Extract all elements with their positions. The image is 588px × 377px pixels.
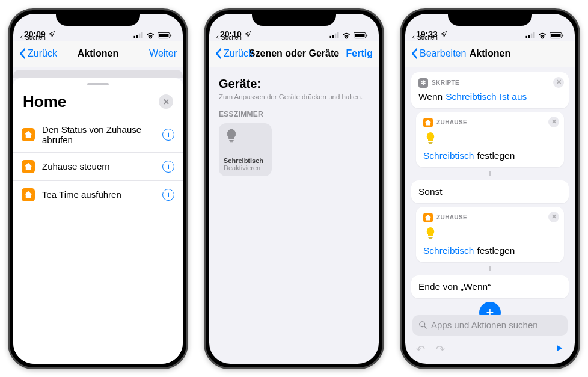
nav-back[interactable]: Zurück	[215, 48, 253, 59]
undo-redo-group: ↶ ↷	[416, 343, 445, 356]
svg-rect-14	[526, 35, 528, 37]
svg-rect-19	[551, 34, 561, 37]
home-app-icon	[22, 160, 35, 173]
info-icon[interactable]: i	[162, 129, 174, 141]
wifi-icon	[537, 32, 547, 39]
list-item[interactable]: Den Status von Zuhause abrufen i	[13, 117, 183, 153]
battery-icon	[354, 32, 368, 39]
svg-rect-16	[531, 33, 533, 38]
list-item[interactable]: Zuhause steuern i	[13, 153, 183, 181]
script-else-card[interactable]: Sonst	[411, 180, 569, 203]
if-keyword: Wenn	[418, 91, 443, 102]
nav-back[interactable]: Bearbeiten	[411, 48, 466, 59]
run-button[interactable]	[554, 343, 564, 355]
card-head-label: Skripte	[432, 79, 459, 86]
script-if-card[interactable]: ✻ Skripte ✕ Wenn Schreibtisch Ist aus	[411, 72, 569, 108]
close-icon[interactable]: ✕	[548, 117, 559, 127]
svg-rect-7	[330, 35, 332, 37]
bottom-toolbar: Apps und Aktionen suchen ↶ ↷	[405, 315, 575, 364]
backapp-label: Suchen	[417, 34, 438, 41]
card-head: Zuhause	[423, 118, 557, 127]
svg-rect-10	[337, 32, 339, 38]
sheet-grabber[interactable]	[87, 83, 109, 85]
status-right	[133, 32, 172, 39]
notch	[252, 10, 336, 26]
backapp-label: Suchen	[221, 34, 242, 41]
room-label: ESSZIMMER	[219, 110, 369, 118]
svg-rect-3	[141, 32, 143, 38]
device-tile[interactable]: Schreibtisch Deaktivieren	[219, 123, 272, 176]
nav-next[interactable]: Weiter	[149, 48, 177, 59]
list-item[interactable]: Tea Time ausführen i	[13, 181, 183, 209]
script-endif-card[interactable]: Ende von „Wenn“	[411, 275, 569, 298]
status-right	[329, 32, 368, 39]
card-head-label: Zuhause	[436, 214, 467, 221]
nav-back[interactable]: Zurück	[19, 48, 57, 59]
connector-line	[405, 171, 575, 176]
svg-rect-8	[332, 35, 334, 38]
battery-icon	[158, 32, 172, 39]
screen: 20:10 Suchen Zurück Szenen oder Geräte F…	[209, 14, 379, 364]
action-verb: festlegen	[477, 150, 515, 161]
home-action-card[interactable]: Zuhause ✕ Schreibtisch festlegen	[416, 207, 564, 262]
nav-back-label: Zurück	[28, 48, 57, 59]
redo-icon[interactable]: ↷	[436, 343, 445, 356]
list-item-label: Tea Time ausführen	[42, 189, 155, 200]
close-icon[interactable]: ✕	[548, 212, 559, 222]
else-keyword: Sonst	[418, 186, 443, 197]
action-device[interactable]: Schreibtisch	[423, 245, 474, 256]
svg-rect-9	[335, 33, 337, 38]
notch	[56, 10, 140, 26]
svg-rect-5	[159, 34, 169, 37]
location-icon	[244, 31, 251, 38]
nav-next-label: Weiter	[149, 48, 177, 59]
close-icon[interactable]: ✕	[553, 77, 564, 88]
content: Geräte: Zum Anpassen der Geräte drücken …	[209, 67, 379, 364]
navbar: Zurück Aktionen Weiter	[13, 41, 183, 67]
close-icon[interactable]: ✕	[159, 94, 173, 109]
content: ✻ Skripte ✕ Wenn Schreibtisch Ist aus Zu…	[405, 67, 575, 364]
endif-keyword: Ende von „Wenn“	[418, 281, 491, 292]
info-icon[interactable]: i	[162, 161, 174, 173]
svg-line-22	[424, 326, 426, 328]
card-head-label: Zuhause	[436, 119, 467, 126]
screen: 20:09 Suchen Zurück Aktionen Weiter	[13, 14, 183, 364]
content: Home ✕ Den Status von Zuhause abrufen i …	[13, 67, 183, 364]
phone-1: 20:09 Suchen Zurück Aktionen Weiter	[8, 8, 188, 369]
actions-sheet: Home ✕ Den Status von Zuhause abrufen i …	[13, 78, 183, 364]
navbar: Bearbeiten Aktionen	[405, 41, 575, 67]
nav-done[interactable]: Fertig	[346, 48, 373, 59]
phone-2: 20:10 Suchen Zurück Szenen oder Geräte F…	[204, 8, 384, 369]
list-item-label: Den Status von Zuhause abrufen	[42, 124, 155, 145]
connector-line	[405, 266, 575, 271]
action-verb: festlegen	[477, 245, 515, 256]
svg-rect-12	[355, 34, 365, 37]
svg-rect-6	[170, 34, 171, 37]
search-input[interactable]: Apps und Aktionen suchen	[412, 315, 568, 336]
info-icon[interactable]: i	[162, 189, 174, 201]
notch	[448, 10, 532, 26]
screen: 19:33 Suchen Bearbeiten Aktionen	[405, 14, 575, 364]
card-head: Zuhause	[423, 213, 557, 222]
home-app-icon	[423, 118, 433, 127]
device-state: Deaktivieren	[224, 164, 267, 171]
action-device[interactable]: Schreibtisch	[423, 150, 474, 161]
svg-rect-1	[136, 35, 138, 38]
svg-rect-2	[139, 33, 141, 38]
search-icon	[418, 320, 427, 329]
bulb-icon	[224, 128, 239, 144]
if-variable[interactable]: Schreibtisch	[446, 91, 496, 102]
home-action-card[interactable]: Zuhause ✕ Schreibtisch festlegen	[416, 112, 564, 167]
nav-back-label: Bearbeiten	[420, 48, 466, 59]
signal-icon	[329, 32, 339, 38]
undo-icon[interactable]: ↶	[416, 343, 425, 356]
status-right	[525, 32, 564, 39]
if-condition[interactable]: Ist aus	[500, 91, 527, 102]
sheet-title: Home	[23, 93, 66, 111]
location-icon	[48, 31, 55, 38]
wifi-icon	[341, 32, 351, 39]
backapp-label: Suchen	[25, 34, 46, 41]
home-app-icon	[423, 213, 433, 222]
section-hint: Zum Anpassen der Geräte drücken und halt…	[219, 93, 369, 100]
svg-rect-20	[562, 34, 563, 37]
